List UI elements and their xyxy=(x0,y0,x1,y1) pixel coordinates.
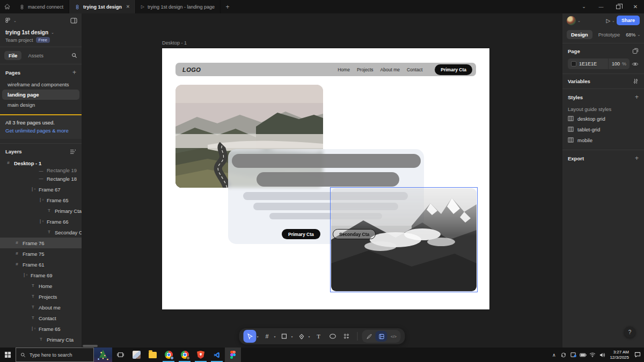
taskbar-clock[interactable]: 3:27 AM 12/3/2025 xyxy=(608,350,632,360)
tab-assets[interactable]: Assets xyxy=(24,51,48,60)
draw-mode-button[interactable] xyxy=(363,331,375,342)
color-hex-value[interactable]: 1E1E1E xyxy=(579,61,597,67)
tab-close-icon[interactable]: ✕ xyxy=(126,4,130,9)
guide-style-tablet-grid[interactable]: tablet-grid xyxy=(568,124,639,135)
taskbar-app-vscode[interactable] xyxy=(209,348,225,362)
layer-row[interactable]: —Rectangle 19 xyxy=(0,168,82,173)
layer-row[interactable]: TSeconday Cta xyxy=(0,227,82,238)
taskbar-app-chrome-1[interactable] xyxy=(160,348,177,362)
home-button[interactable] xyxy=(0,0,14,13)
page-item-wireframe[interactable]: wireframe and components xyxy=(2,79,79,90)
layer-row[interactable]: #Desktop - 1 xyxy=(0,158,82,168)
layer-row[interactable]: ❘▫Frame 65 xyxy=(0,195,82,205)
taskbar-app-chrome-2[interactable] xyxy=(177,348,193,362)
layer-row[interactable]: THome xyxy=(0,280,82,291)
layer-row[interactable]: TProjects xyxy=(0,291,82,302)
visibility-eye-icon[interactable] xyxy=(632,62,639,67)
tab-macend-connect[interactable]: macend connect xyxy=(14,0,69,13)
text-tool-button[interactable]: T xyxy=(312,330,325,343)
volume-icon[interactable] xyxy=(598,352,606,358)
minimize-button[interactable]: — xyxy=(592,0,610,13)
layer-row[interactable]: ❘▫Frame 65 xyxy=(0,323,82,334)
skeleton-heading-bar[interactable] xyxy=(232,154,421,168)
mountain-photo-bw-selected[interactable] xyxy=(331,188,477,291)
frame-tool-chevron-icon[interactable]: ▾ xyxy=(274,335,275,338)
upgrade-link[interactable]: Get unlimited pages & more xyxy=(5,128,76,134)
tray-app-notification-icon[interactable] xyxy=(569,352,577,358)
design-secondary-cta-button[interactable]: Seconday Cta xyxy=(333,229,376,239)
taskbar-app-explorer[interactable] xyxy=(144,348,160,362)
page-color-field[interactable]: 1E1E1E xyxy=(568,61,608,67)
pen-tool-chevron-icon[interactable]: ▾ xyxy=(309,335,310,338)
project-title[interactable]: trying 1st design xyxy=(5,29,48,35)
share-button[interactable]: Share xyxy=(617,16,640,25)
code-mode-button[interactable]: </> xyxy=(388,331,400,342)
canvas-horizontal-scrollbar[interactable] xyxy=(83,345,98,347)
add-export-button[interactable]: + xyxy=(635,154,639,162)
layer-row[interactable]: ❘▫Frame 69 xyxy=(0,270,82,280)
page-item-landing-page[interactable]: landing page xyxy=(2,90,79,100)
close-window-button[interactable]: ✕ xyxy=(627,0,644,13)
layer-row[interactable]: ❘▫Frame 67 xyxy=(0,184,82,195)
taskbar-app-paint[interactable] xyxy=(128,348,144,362)
shape-tool-chevron-icon[interactable]: ▾ xyxy=(291,335,293,338)
avatar-chevron-icon[interactable]: ⌄ xyxy=(577,19,581,23)
layers-options-icon[interactable] xyxy=(70,149,76,154)
design-nav-projects[interactable]: Projects xyxy=(357,67,374,72)
tab-prototype[interactable]: Prototype xyxy=(594,30,625,39)
start-button[interactable] xyxy=(0,348,16,362)
layer-row[interactable]: TContact xyxy=(0,313,82,323)
toggle-sidebar-icon[interactable] xyxy=(70,18,77,24)
wifi-icon[interactable] xyxy=(588,352,597,357)
project-chevron-icon[interactable]: ⌄ xyxy=(51,31,54,34)
zoom-control[interactable]: 68% ⌄ xyxy=(626,32,640,38)
taskbar-app-brave[interactable] xyxy=(193,348,209,362)
styles-library-icon[interactable] xyxy=(632,48,639,54)
move-tool-chevron-icon[interactable]: ▾ xyxy=(257,335,258,338)
layer-row[interactable]: #Frame 75 xyxy=(0,248,82,259)
design-nav-primary-cta[interactable]: Primary Cta xyxy=(435,64,472,75)
canvas-viewport[interactable]: Desktop - 1 LOGO Home Projects About me … xyxy=(82,13,562,348)
pen-tool-button[interactable] xyxy=(295,330,308,343)
window-menu-chevron-icon[interactable]: ⌄ xyxy=(575,0,592,13)
layer-row[interactable]: TAbout me xyxy=(0,302,82,313)
dev-mode-toggle[interactable] xyxy=(376,331,387,342)
layer-row[interactable]: —Rectangle 18 xyxy=(0,173,82,184)
present-button[interactable]: ▷ xyxy=(606,18,610,24)
design-nav-contact[interactable]: Contact xyxy=(407,67,422,72)
page-item-main-design[interactable]: main design xyxy=(2,100,79,110)
search-icon[interactable] xyxy=(71,53,77,58)
artboard-desktop-1[interactable]: LOGO Home Projects About me Contact Prim… xyxy=(162,48,489,309)
user-avatar[interactable] xyxy=(567,16,576,25)
skeleton-heading-bar[interactable] xyxy=(257,172,399,187)
frame-label[interactable]: Desktop - 1 xyxy=(162,40,187,46)
tray-expand-chevron-icon[interactable]: ∧ xyxy=(550,352,558,358)
design-nav-about[interactable]: About me xyxy=(380,67,400,72)
layer-row[interactable]: TPrimary Cta xyxy=(0,334,82,345)
figma-main-menu-icon[interactable] xyxy=(4,17,11,24)
layer-row[interactable]: TPrimary Cta xyxy=(0,205,82,216)
guide-style-desktop-grid[interactable]: desktop grid xyxy=(568,113,639,124)
tray-sync-icon[interactable] xyxy=(559,352,568,358)
layer-row[interactable]: #Frame 61 xyxy=(0,259,82,270)
task-view-button[interactable] xyxy=(112,348,128,362)
menu-chevron-icon[interactable]: ⌄ xyxy=(13,19,17,23)
page-opacity-field[interactable]: 100 % xyxy=(608,58,630,69)
design-logo-text[interactable]: LOGO xyxy=(182,67,201,73)
action-center-button[interactable] xyxy=(633,352,642,358)
move-tool-button[interactable] xyxy=(243,330,256,343)
new-tab-button[interactable]: + xyxy=(221,0,235,13)
add-page-button[interactable]: + xyxy=(72,69,76,76)
design-navbar[interactable]: LOGO Home Projects About me Contact Prim… xyxy=(175,63,476,76)
news-widget-thumbnail[interactable] xyxy=(94,348,112,362)
taskbar-app-figma[interactable] xyxy=(225,348,241,362)
variables-adjust-icon[interactable] xyxy=(633,78,639,84)
tab-design[interactable]: Design xyxy=(567,30,592,39)
actions-button[interactable] xyxy=(340,330,353,343)
help-button[interactable]: ? xyxy=(624,327,635,338)
color-swatch[interactable] xyxy=(571,61,576,67)
comment-tool-button[interactable] xyxy=(326,330,339,343)
design-nav-home[interactable]: Home xyxy=(338,67,350,72)
tab-trying-1st-design[interactable]: trying 1st design ✕ xyxy=(69,0,136,13)
present-chevron-icon[interactable]: ⌄ xyxy=(612,19,615,23)
